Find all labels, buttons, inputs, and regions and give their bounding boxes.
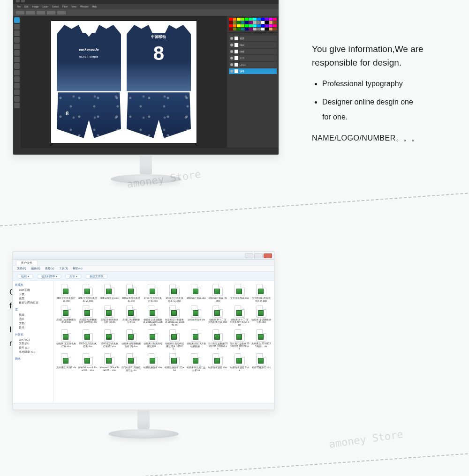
- ps-menu-item[interactable]: Image: [32, 5, 39, 8]
- file-item[interactable]: 日计划汇总数据 20161225 105138.xls: [230, 329, 250, 350]
- ps-layer-row[interactable]: LOGO: [229, 62, 277, 67]
- file-name: 宝贝数据11月份优化汇总.xlsx: [251, 297, 271, 303]
- ps-layer-row[interactable]: 球裤: [229, 49, 277, 54]
- file-item[interactable]: 888日常优化执行表.xlsx: [121, 284, 141, 303]
- sidebar-item[interactable]: 视频: [15, 313, 51, 317]
- sidebar-item[interactable]: 最近访问的位置: [15, 301, 51, 305]
- sidebar-group-header[interactable]: 库: [15, 308, 51, 312]
- file-item[interactable]: 日计划汇总数据 20161225 105100.xls: [208, 329, 227, 350]
- sidebar-group-header[interactable]: 网络: [15, 357, 51, 361]
- file-item[interactable]: 店铺11-站群数据分析 (10月份).xls: [78, 305, 98, 327]
- file-name: 店铺11/站群数据分析(2).xlsx: [56, 319, 76, 324]
- file-item[interactable]: 站群写真进行.xlsx: [251, 353, 271, 372]
- file-item[interactable]: 宝贝优化周表.xlsx: [230, 284, 250, 303]
- file-item[interactable]: 动能来·全链路数据分析.xlsx: [251, 305, 271, 327]
- close-button[interactable]: [264, 253, 272, 258]
- ps-menu-item[interactable]: Select: [52, 5, 59, 8]
- sidebar-group-header[interactable]: 计算机: [15, 333, 51, 337]
- file-item[interactable]: 无线爆款 时段2.xls: [56, 353, 76, 372]
- file-name: 1800-宝贝优化执行表.xlsx: [78, 342, 98, 348]
- file-item[interactable]: 1800-宝贝优化执行表.xlsx: [78, 329, 98, 350]
- file-item[interactable]: 动能来 梦十二·宝贝优化执行表.xlsx: [208, 305, 227, 327]
- file-item[interactable]: 店铺11-站群数据分析 (2).xls: [99, 305, 119, 327]
- excel-file-icon: [191, 284, 201, 296]
- visibility-icon[interactable]: [230, 57, 233, 60]
- ps-menu-item[interactable]: Layer: [43, 5, 49, 8]
- file-item[interactable]: 解密 Microsoft Excel 20….xlsx: [78, 353, 98, 372]
- file-item[interactable]: 1710-宝贝优化执行表.xlsx: [143, 284, 163, 303]
- file-item[interactable]: 站群数据分析 (2).xlsx: [165, 353, 184, 372]
- file-item[interactable]: 站群多日计划汇总分析.xls: [186, 353, 206, 372]
- file-item[interactable]: 宝贝数据11月份优化汇总.xlsx: [251, 284, 271, 303]
- file-item[interactable]: 动能来·宝贝优化执行表.xlsx: [56, 329, 76, 350]
- explorer-tab[interactable]: 客户文件: [16, 260, 38, 266]
- ps-menu-item[interactable]: Window: [80, 5, 89, 8]
- explorer-toolbar-button[interactable]: 共享 ▾: [65, 274, 82, 279]
- file-item[interactable]: 1800-宝贝优化执行表 (2).xlsx: [99, 329, 119, 350]
- explorer-menu-item[interactable]: 工具(T): [59, 267, 68, 271]
- file-item[interactable]: 动能来计划11月份站群数据…: [186, 329, 206, 350]
- ps-menu-item[interactable]: Filter: [62, 5, 68, 8]
- explorer-toolbar-button[interactable]: 组织 ▾: [17, 274, 33, 279]
- sidebar-item[interactable]: 软件 (E:): [15, 346, 51, 350]
- ps-menu-item[interactable]: File: [17, 5, 21, 8]
- ps-menu-item[interactable]: Edit: [24, 5, 29, 8]
- sidebar-item[interactable]: 音乐: [15, 326, 51, 330]
- file-item[interactable]: 动能来计划无线端爆款清单…: [143, 329, 163, 350]
- explorer-toolbar-button[interactable]: 包含到库中 ▾: [37, 274, 62, 279]
- sidebar-item[interactable]: 图片: [15, 317, 51, 321]
- minimize-button[interactable]: [245, 253, 253, 258]
- visibility-icon[interactable]: [230, 70, 233, 73]
- sidebar-item[interactable]: 2345下载: [15, 288, 51, 292]
- ps-layer-row[interactable]: 编号: [229, 68, 277, 74]
- ps-menu-item[interactable]: Help: [92, 5, 97, 8]
- file-item[interactable]: 888日常汇总.xlsx: [99, 284, 119, 303]
- excel-file-icon: [169, 353, 180, 365]
- file-item[interactable]: 888-宝贝优化执行表 (2).xlsx: [78, 284, 98, 303]
- sidebar-item[interactable]: 本地磁盘 (G:): [15, 350, 51, 354]
- file-item[interactable]: 创意多日计划服务表 20161110 110609.xls: [143, 305, 163, 327]
- file-item[interactable]: 店铺11/站群数据分析(2).xlsx: [56, 305, 76, 327]
- maximize-button[interactable]: [254, 253, 263, 258]
- explorer-menu-item[interactable]: 查看(V): [45, 267, 54, 271]
- file-item[interactable]: 动能来·全链路数据分析 (2).xlsx: [121, 329, 141, 350]
- file-name: 动能来 梦十二·宝贝优化执行表 (2).xlsx: [230, 319, 250, 327]
- file-item[interactable]: Microsoft Office Excel 20….xlsx: [99, 353, 119, 372]
- file-item[interactable]: 历飞站群11月份数据汇总.xls: [121, 353, 141, 372]
- sidebar-item[interactable]: 文档: [15, 321, 51, 326]
- file-item[interactable]: 站群分析进行.xlsx: [208, 353, 227, 372]
- visibility-icon[interactable]: [230, 44, 233, 46]
- explorer-toolbar: 组织 ▾包含到库中 ▾共享 ▾新建文件夹: [13, 272, 274, 281]
- sidebar-item[interactable]: Win7 (C:): [15, 338, 51, 342]
- visibility-icon[interactable]: [230, 37, 233, 40]
- file-item[interactable]: 1710-宝贝优化执行表 (2).xlsx: [165, 284, 184, 303]
- sidebar-item[interactable]: 下载: [15, 292, 51, 297]
- explorer-menu-item[interactable]: 编辑(E): [31, 267, 40, 271]
- sidebar-item[interactable]: 文档 (D:): [15, 342, 51, 346]
- sidebar-item[interactable]: 桌面: [15, 297, 51, 301]
- file-item[interactable]: 站群数据分析.xlsx: [143, 353, 163, 372]
- sidebar-group-header[interactable]: 收藏夹: [15, 283, 51, 287]
- ps-menu-item[interactable]: View: [71, 5, 76, 8]
- file-name: 日计划汇总数据 20161225 105100.xls: [208, 342, 227, 350]
- file-name: 1800-宝贝优化执行表 (2).xlsx: [99, 342, 119, 348]
- file-item[interactable]: 1710日计划表 (2).xlsx: [208, 284, 227, 303]
- explorer-toolbar-button[interactable]: 新建文件夹: [85, 274, 108, 279]
- file-item[interactable]: 访问效率分析.xls: [186, 305, 206, 327]
- visibility-icon[interactable]: [230, 50, 233, 53]
- ps-layer-row[interactable]: 球衣: [229, 42, 277, 48]
- file-item[interactable]: 1710日计划表.xlsx: [186, 284, 206, 303]
- file-item[interactable]: 动能来 梦十二·宝贝优化执行表 (2).xlsx: [230, 305, 250, 327]
- ps-layer-row[interactable]: 文字: [229, 55, 277, 61]
- file-item[interactable]: 站群分析进行 S.xls: [230, 353, 250, 372]
- window-controls: [245, 253, 272, 258]
- file-item[interactable]: 店铺11-站群数据分析.xls: [121, 305, 141, 327]
- file-item[interactable]: 创意多日计划服务表 20161110 110649.xls: [165, 305, 184, 327]
- visibility-icon[interactable]: [230, 63, 233, 66]
- ps-layer-row[interactable]: 背景: [229, 36, 277, 41]
- explorer-menu-item[interactable]: 帮助(H): [73, 267, 82, 271]
- explorer-menu-item[interactable]: 文件(F): [17, 267, 26, 271]
- file-item[interactable]: 无线爆款 20161225 时段…xls: [251, 329, 271, 350]
- file-item[interactable]: 888-宝贝优化执行表.xlsx: [56, 284, 76, 303]
- file-item[interactable]: 动能来计划无线端爆款清单 180010…: [165, 329, 184, 350]
